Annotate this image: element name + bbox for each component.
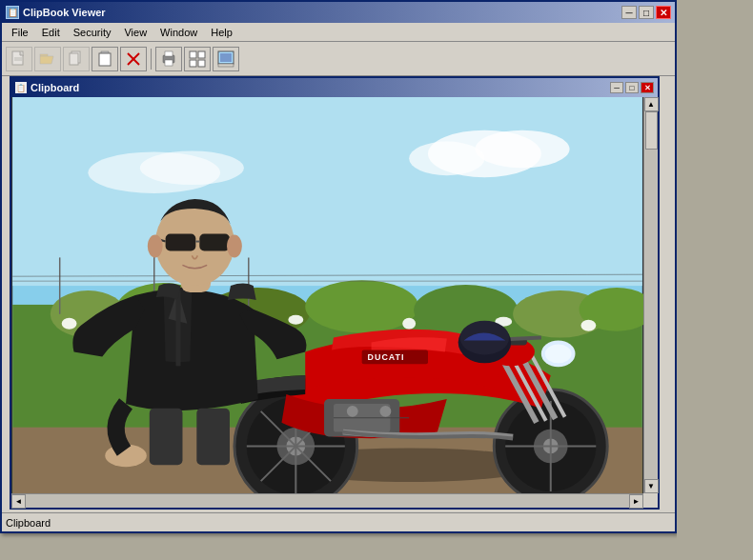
- clipboard-window-title: Clipboard: [31, 82, 79, 93]
- clipboard-minimize-button[interactable]: ─: [610, 82, 623, 93]
- menu-bar: File Edit Security View Window Help: [2, 23, 675, 42]
- clipboard-close-button[interactable]: ✕: [641, 82, 654, 93]
- app-title: ClipBook Viewer: [23, 7, 106, 18]
- svg-rect-7: [99, 53, 111, 66]
- preview-icon: [217, 50, 234, 68]
- svg-point-31: [305, 280, 418, 332]
- svg-point-41: [580, 320, 596, 331]
- svg-point-26: [140, 150, 244, 185]
- close-button[interactable]: ✕: [656, 6, 671, 19]
- title-bar-controls: ─ □ ✕: [621, 6, 671, 19]
- print-icon: [160, 50, 177, 68]
- status-text: Clipboard: [6, 517, 51, 529]
- svg-point-80: [545, 345, 572, 364]
- menu-window[interactable]: Window: [154, 25, 203, 40]
- svg-rect-18: [220, 53, 232, 62]
- scroll-up-arrow[interactable]: ▲: [644, 97, 659, 111]
- menu-edit[interactable]: Edit: [36, 25, 66, 40]
- delete-icon: [125, 50, 142, 68]
- scrollbar-corner: [643, 493, 658, 508]
- svg-rect-12: [165, 60, 173, 66]
- svg-point-67: [379, 406, 391, 417]
- svg-rect-16: [198, 60, 205, 67]
- clipboard-window: 📋 Clipboard ─ □ ✕: [10, 76, 660, 510]
- grid-icon: [189, 50, 206, 68]
- menu-help[interactable]: Help: [205, 25, 238, 40]
- toolbar: [2, 42, 675, 76]
- svg-rect-3: [40, 54, 48, 56]
- title-bar-left: 📋 ClipBook Viewer: [6, 6, 106, 19]
- open-icon: [39, 50, 56, 68]
- maximize-button[interactable]: □: [639, 6, 654, 19]
- toolbar-paste-button[interactable]: [92, 47, 118, 71]
- svg-rect-86: [199, 234, 230, 251]
- toolbar-grid-button[interactable]: [184, 47, 211, 71]
- horizontal-scrollbar[interactable]: ◄ ►: [11, 493, 643, 508]
- svg-point-91: [227, 235, 242, 258]
- svg-rect-85: [166, 234, 196, 251]
- clipboard-controls: ─ □ ✕: [610, 82, 654, 93]
- svg-point-66: [347, 406, 358, 417]
- clipboard-title-left: 📋 Clipboard: [15, 82, 79, 93]
- new-doc-icon: [10, 50, 28, 68]
- status-bar: Clipboard: [2, 512, 675, 531]
- title-bar: 📋 ClipBook Viewer ─ □ ✕: [2, 2, 675, 23]
- image-area: DUCATI: [11, 97, 643, 493]
- svg-point-38: [288, 315, 303, 325]
- svg-rect-21: [12, 97, 642, 286]
- scene-image: DUCATI: [11, 97, 643, 493]
- svg-rect-13: [190, 51, 196, 58]
- toolbar-preview-button[interactable]: [213, 47, 239, 71]
- svg-point-35: [62, 318, 77, 330]
- scroll-right-arrow[interactable]: ►: [629, 494, 643, 509]
- scroll-track-h: [26, 494, 629, 508]
- svg-point-24: [409, 142, 484, 176]
- copy-icon: [68, 50, 85, 68]
- toolbar-open-button[interactable]: [34, 47, 61, 71]
- toolbar-new-button[interactable]: [6, 47, 32, 71]
- svg-point-23: [476, 130, 570, 169]
- clipboard-window-icon: 📋: [15, 82, 27, 93]
- menu-view[interactable]: View: [118, 25, 153, 40]
- paste-icon: [96, 50, 113, 68]
- svg-rect-15: [190, 60, 196, 67]
- svg-text:DUCATI: DUCATI: [368, 352, 405, 362]
- scroll-thumb-v[interactable]: [645, 111, 658, 150]
- scroll-down-arrow[interactable]: ▼: [644, 479, 659, 493]
- scroll-track-v: [644, 111, 658, 479]
- svg-rect-5: [70, 53, 78, 65]
- clipboard-title-bar: 📋 Clipboard ─ □ ✕: [11, 78, 658, 97]
- svg-rect-19: [218, 64, 234, 67]
- desktop-area: [677, 0, 753, 560]
- menu-security[interactable]: Security: [68, 25, 117, 40]
- svg-rect-14: [198, 51, 205, 58]
- scroll-left-arrow[interactable]: ◄: [11, 494, 26, 509]
- toolbar-separator-1: [151, 49, 152, 70]
- minimize-button[interactable]: ─: [621, 6, 637, 19]
- svg-rect-81: [176, 290, 181, 366]
- main-window: 📋 ClipBook Viewer ─ □ ✕ File Edit Securi…: [0, 0, 677, 533]
- svg-rect-93: [196, 409, 230, 465]
- clipboard-maximize-button[interactable]: □: [625, 82, 639, 93]
- svg-point-90: [148, 235, 163, 258]
- svg-rect-92: [150, 409, 183, 465]
- svg-rect-11: [165, 51, 173, 56]
- toolbar-delete-button[interactable]: [120, 47, 147, 71]
- toolbar-copy-button[interactable]: [63, 47, 90, 71]
- app-icon: 📋: [6, 6, 19, 19]
- toolbar-print-button[interactable]: [155, 47, 182, 71]
- vertical-scrollbar[interactable]: ▲ ▼: [643, 97, 658, 493]
- svg-point-39: [402, 318, 416, 330]
- menu-file[interactable]: File: [6, 25, 34, 40]
